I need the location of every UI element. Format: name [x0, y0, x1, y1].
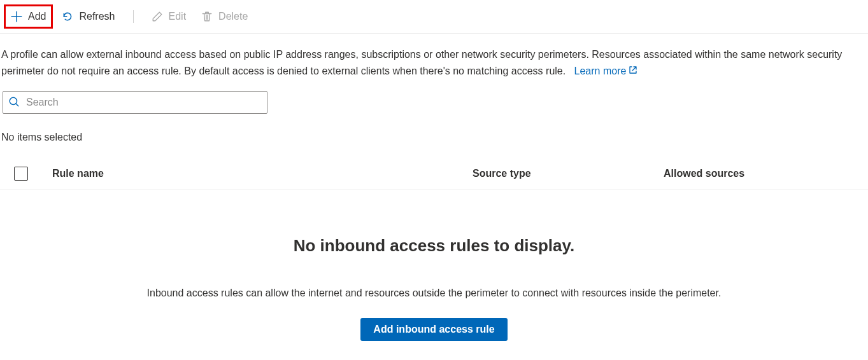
add-inbound-rule-button[interactable]: Add inbound access rule: [360, 318, 507, 341]
empty-state: No inbound access rules to display. Inbo…: [0, 236, 868, 341]
separator: [133, 10, 134, 23]
pencil-icon: [152, 11, 163, 22]
external-link-icon: [629, 63, 637, 80]
delete-label: Delete: [218, 11, 248, 22]
add-button[interactable]: Add: [4, 4, 53, 29]
refresh-button[interactable]: Refresh: [55, 4, 121, 29]
selection-status: No items selected: [1, 132, 868, 143]
trash-icon: [201, 11, 213, 22]
edit-label: Edit: [169, 11, 187, 22]
command-bar: Add Refresh Edit Delete: [0, 0, 868, 34]
learn-more-label: Learn more: [574, 63, 627, 80]
search-container: [3, 91, 868, 114]
refresh-label: Refresh: [79, 11, 115, 22]
empty-state-subtitle: Inbound access rules can allow the inter…: [0, 287, 868, 299]
search-box[interactable]: [3, 91, 267, 114]
description-text: A profile can allow external inbound acc…: [0, 34, 868, 80]
search-icon: [8, 96, 20, 109]
table-header-row: Rule name Source type Allowed sources: [0, 157, 868, 190]
refresh-icon: [62, 11, 73, 22]
search-input[interactable]: [26, 97, 262, 108]
description-body: A profile can allow external inbound acc…: [1, 49, 842, 76]
empty-state-title: No inbound access rules to display.: [0, 236, 868, 256]
rules-table: Rule name Source type Allowed sources: [0, 157, 868, 190]
delete-button: Delete: [195, 4, 254, 29]
col-rule-name[interactable]: Rule name: [52, 168, 473, 179]
select-all-checkbox[interactable]: [14, 167, 28, 181]
select-all-cell: [14, 167, 52, 181]
add-label: Add: [28, 11, 46, 22]
plus-icon: [11, 11, 22, 22]
edit-button: Edit: [145, 4, 193, 29]
col-source-type[interactable]: Source type: [473, 168, 664, 179]
col-allowed-sources[interactable]: Allowed sources: [664, 168, 868, 179]
learn-more-link[interactable]: Learn more: [574, 63, 638, 80]
